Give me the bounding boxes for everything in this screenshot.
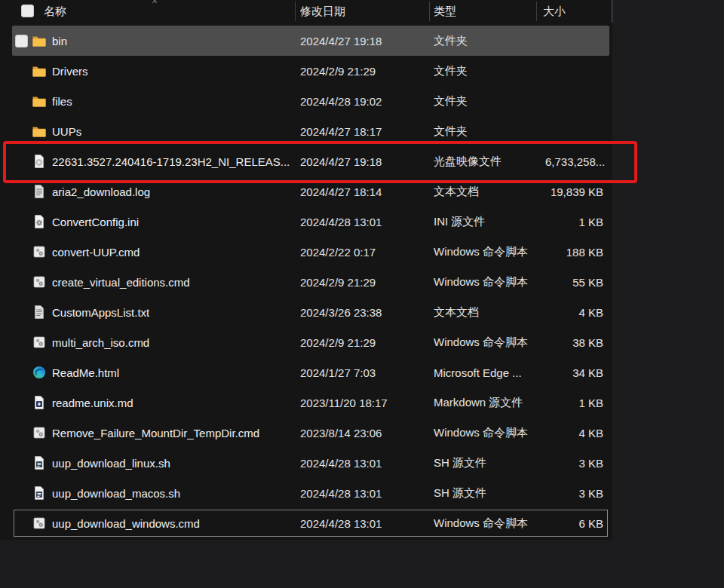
file-name: CustomAppsList.txt <box>52 306 149 319</box>
file-row[interactable]: multi_arch_iso.cmd 2024/2/9 21:29 Window… <box>12 327 609 357</box>
column-divider[interactable] <box>429 2 430 21</box>
file-size: 55 KB <box>545 276 603 289</box>
column-header-date[interactable]: 修改日期 <box>300 5 345 19</box>
select-checkbox[interactable] <box>15 35 28 47</box>
column-divider[interactable] <box>295 2 296 21</box>
sh-file-icon <box>32 485 47 501</box>
file-size: 19,839 KB <box>545 185 603 198</box>
file-date-modified: 2024/4/28 13:01 <box>300 517 434 530</box>
folder-icon <box>32 124 47 139</box>
file-name-cell: uup_download_linux.sh <box>12 455 300 470</box>
file-size: 3 KB <box>545 457 603 470</box>
file-size: 34 KB <box>545 366 603 379</box>
file-row[interactable]: ReadMe.html 2024/1/27 7:03 Microsoft Edg… <box>12 357 609 387</box>
file-row[interactable]: 22631.3527.240416-1719.23H2_NI_RELEAS...… <box>12 146 609 176</box>
cmd-file-icon <box>32 244 47 259</box>
folder-icon <box>32 93 47 109</box>
file-row[interactable]: uup_download_windows.cmd 2024/4/28 13:01… <box>12 508 609 538</box>
column-header-name[interactable]: 名称 <box>44 5 66 19</box>
file-date-modified: 2024/4/28 13:01 <box>300 216 434 228</box>
file-row[interactable]: ConvertConfig.ini 2024/4/28 13:01 INI 源文… <box>12 207 609 237</box>
file-name: uup_download_macos.sh <box>52 487 180 500</box>
file-name-cell: readme.unix.md <box>12 395 300 410</box>
file-name-cell: create_virtual_editions.cmd <box>12 274 300 289</box>
file-name: files <box>52 95 72 108</box>
file-size: 6 KB <box>545 517 603 530</box>
column-header-type[interactable]: 类型 <box>434 5 456 19</box>
file-row[interactable]: files 2024/4/28 19:02 文件夹 <box>12 86 609 116</box>
text-file-icon <box>32 305 47 320</box>
file-name: Remove_Failure_MountDir_TempDir.cmd <box>52 427 259 439</box>
file-name-cell: UUPs <box>12 124 300 139</box>
file-row[interactable]: CustomAppsList.txt 2024/3/26 23:38 文本文档 … <box>12 297 609 327</box>
file-size: 1 KB <box>545 397 603 409</box>
file-size: 4 KB <box>545 427 603 439</box>
select-all-checkbox[interactable] <box>21 5 34 17</box>
file-type: Windows 命令脚本 <box>434 335 545 350</box>
file-row[interactable]: Drivers 2024/2/9 21:29 文件夹 <box>12 56 609 86</box>
file-rows: bin 2024/4/27 19:18 文件夹 Drivers 2024/2/9… <box>0 26 612 538</box>
truncated-glyph: × <box>152 0 158 7</box>
markdown-file-icon <box>32 395 47 410</box>
file-date-modified: 2023/8/14 23:06 <box>300 427 434 439</box>
file-type: 文件夹 <box>434 124 545 139</box>
cmd-file-icon <box>32 274 47 289</box>
file-row[interactable]: bin 2024/4/27 19:18 文件夹 <box>12 26 609 56</box>
file-name-cell: convert-UUP.cmd <box>12 244 300 259</box>
file-type: SH 源文件 <box>434 486 545 501</box>
file-name: uup_download_linux.sh <box>52 457 170 470</box>
column-divider[interactable] <box>612 0 612 23</box>
file-date-modified: 2024/4/27 19:18 <box>300 35 434 47</box>
column-header-size[interactable]: 大小 <box>543 5 566 19</box>
folder-icon <box>32 33 47 48</box>
file-row[interactable]: convert-UUP.cmd 2024/2/22 0:17 Windows 命… <box>12 237 609 267</box>
file-date-modified: 2024/4/27 19:18 <box>300 155 434 168</box>
text-file-icon <box>32 184 47 199</box>
file-date-modified: 2024/2/9 21:29 <box>300 336 434 349</box>
file-row[interactable]: aria2_download.log 2024/4/27 18:14 文本文档 … <box>12 176 609 207</box>
file-type: Microsoft Edge ... <box>434 366 545 379</box>
file-name: ReadMe.html <box>52 366 119 379</box>
file-type: 文件夹 <box>434 64 545 78</box>
file-name-cell: Remove_Failure_MountDir_TempDir.cmd <box>12 425 300 440</box>
file-name-cell: files <box>12 93 300 109</box>
file-type: SH 源文件 <box>434 456 545 470</box>
file-name-cell: uup_download_macos.sh <box>12 485 300 501</box>
file-size: 4 KB <box>545 306 603 319</box>
file-size: 1 KB <box>545 216 603 228</box>
file-date-modified: 2024/2/9 21:29 <box>300 276 434 289</box>
disc-image-icon <box>32 154 47 169</box>
ini-file-icon <box>32 214 47 229</box>
file-row[interactable]: uup_download_linux.sh 2024/4/28 13:01 SH… <box>12 448 609 478</box>
file-name: readme.unix.md <box>52 397 133 409</box>
file-name-cell: ReadMe.html <box>12 365 300 380</box>
file-date-modified: 2024/4/28 13:01 <box>300 457 434 470</box>
column-divider[interactable] <box>536 2 537 21</box>
file-row[interactable]: uup_download_macos.sh 2024/4/28 13:01 SH… <box>12 478 609 508</box>
cmd-file-icon <box>32 425 47 440</box>
file-type: 文本文档 <box>434 185 545 199</box>
file-row[interactable]: create_virtual_editions.cmd 2024/2/9 21:… <box>12 267 609 297</box>
file-name: Drivers <box>52 65 88 78</box>
file-row[interactable]: UUPs 2024/4/27 18:17 文件夹 <box>12 116 609 146</box>
file-type: Markdown 源文件 <box>434 396 545 410</box>
file-name-cell: bin <box>12 33 300 48</box>
file-name-cell: multi_arch_iso.cmd <box>12 335 300 350</box>
file-name-cell: Drivers <box>12 63 300 78</box>
file-date-modified: 2024/2/9 21:29 <box>300 65 434 78</box>
file-size: 6,733,258... <box>545 155 605 168</box>
cmd-file-icon <box>32 335 47 350</box>
file-name: 22631.3527.240416-1719.23H2_NI_RELEAS... <box>52 155 290 168</box>
file-type: INI 源文件 <box>434 215 545 229</box>
column-header-bar: 名称 修改日期 类型 大小 × <box>0 0 612 23</box>
file-type: 文本文档 <box>434 305 545 320</box>
file-row[interactable]: readme.unix.md 2023/11/20 18:17 Markdown… <box>12 387 609 418</box>
file-name: create_virtual_editions.cmd <box>52 276 190 289</box>
file-name: multi_arch_iso.cmd <box>52 336 149 349</box>
file-row[interactable]: Remove_Failure_MountDir_TempDir.cmd 2023… <box>12 418 609 448</box>
edge-html-icon <box>32 365 47 380</box>
file-date-modified: 2024/4/28 13:01 <box>300 487 434 500</box>
folder-icon <box>32 63 47 78</box>
file-date-modified: 2024/4/28 19:02 <box>300 95 434 108</box>
sh-file-icon <box>32 455 47 470</box>
